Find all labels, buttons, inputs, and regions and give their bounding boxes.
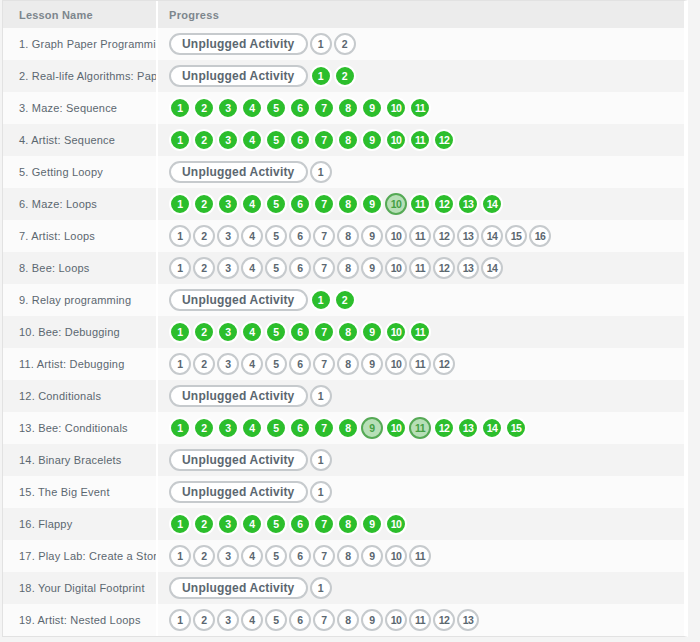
level-bubble[interactable]: 9 bbox=[361, 321, 383, 343]
level-bubble[interactable]: 5 bbox=[265, 97, 287, 119]
level-bubble[interactable]: 4 bbox=[241, 609, 263, 631]
level-bubble[interactable]: 4 bbox=[241, 417, 263, 439]
level-bubble[interactable]: 5 bbox=[265, 513, 287, 535]
level-bubble[interactable]: 14 bbox=[481, 417, 503, 439]
level-bubble[interactable]: 9 bbox=[361, 193, 383, 215]
level-bubble[interactable]: 7 bbox=[313, 97, 335, 119]
level-bubble[interactable]: 8 bbox=[337, 193, 359, 215]
level-bubble[interactable]: 8 bbox=[337, 225, 359, 247]
level-bubble[interactable]: 8 bbox=[337, 417, 359, 439]
level-bubble[interactable]: 4 bbox=[241, 353, 263, 375]
level-bubble[interactable]: 1 bbox=[169, 193, 191, 215]
level-bubble[interactable]: 10 bbox=[385, 353, 407, 375]
level-bubble[interactable]: 4 bbox=[241, 545, 263, 567]
level-bubble[interactable]: 9 bbox=[361, 417, 383, 439]
level-bubble[interactable]: 12 bbox=[433, 225, 455, 247]
level-bubble[interactable]: 1 bbox=[169, 417, 191, 439]
level-bubble[interactable]: 3 bbox=[217, 193, 239, 215]
unplugged-activity-pill[interactable]: Unplugged Activity bbox=[169, 65, 308, 87]
level-bubble[interactable]: 8 bbox=[337, 129, 359, 151]
level-bubble[interactable]: 7 bbox=[313, 353, 335, 375]
level-bubble[interactable]: 2 bbox=[193, 129, 215, 151]
level-bubble[interactable]: 10 bbox=[385, 97, 407, 119]
level-bubble[interactable]: 6 bbox=[289, 193, 311, 215]
level-bubble[interactable]: 8 bbox=[337, 97, 359, 119]
level-bubble[interactable]: 11 bbox=[409, 417, 431, 439]
level-bubble[interactable]: 9 bbox=[361, 513, 383, 535]
level-bubble[interactable]: 5 bbox=[265, 417, 287, 439]
level-bubble[interactable]: 12 bbox=[433, 417, 455, 439]
level-bubble[interactable]: 6 bbox=[289, 545, 311, 567]
level-bubble[interactable]: 1 bbox=[310, 65, 332, 87]
level-bubble[interactable]: 11 bbox=[409, 193, 431, 215]
level-bubble[interactable]: 3 bbox=[217, 321, 239, 343]
level-bubble[interactable]: 4 bbox=[241, 225, 263, 247]
level-bubble[interactable]: 11 bbox=[409, 609, 431, 631]
level-bubble[interactable]: 3 bbox=[217, 609, 239, 631]
level-bubble[interactable]: 2 bbox=[193, 193, 215, 215]
level-bubble[interactable]: 1 bbox=[310, 385, 332, 407]
level-bubble[interactable]: 3 bbox=[217, 97, 239, 119]
level-bubble[interactable]: 2 bbox=[193, 97, 215, 119]
level-bubble[interactable]: 1 bbox=[169, 225, 191, 247]
level-bubble[interactable]: 3 bbox=[217, 513, 239, 535]
level-bubble[interactable]: 11 bbox=[409, 225, 431, 247]
level-bubble[interactable]: 7 bbox=[313, 129, 335, 151]
level-bubble[interactable]: 2 bbox=[193, 609, 215, 631]
level-bubble[interactable]: 2 bbox=[193, 545, 215, 567]
level-bubble[interactable]: 1 bbox=[310, 577, 332, 599]
level-bubble[interactable]: 3 bbox=[217, 225, 239, 247]
level-bubble[interactable]: 5 bbox=[265, 129, 287, 151]
level-bubble[interactable]: 1 bbox=[169, 97, 191, 119]
level-bubble[interactable]: 7 bbox=[313, 193, 335, 215]
level-bubble[interactable]: 12 bbox=[433, 609, 455, 631]
level-bubble[interactable]: 14 bbox=[481, 257, 503, 279]
level-bubble[interactable]: 10 bbox=[385, 257, 407, 279]
level-bubble[interactable]: 2 bbox=[193, 513, 215, 535]
level-bubble[interactable]: 9 bbox=[361, 353, 383, 375]
level-bubble[interactable]: 9 bbox=[361, 225, 383, 247]
level-bubble[interactable]: 5 bbox=[265, 321, 287, 343]
level-bubble[interactable]: 9 bbox=[361, 129, 383, 151]
unplugged-activity-pill[interactable]: Unplugged Activity bbox=[169, 161, 308, 183]
level-bubble[interactable]: 6 bbox=[289, 257, 311, 279]
level-bubble[interactable]: 5 bbox=[265, 353, 287, 375]
level-bubble[interactable]: 7 bbox=[313, 545, 335, 567]
level-bubble[interactable]: 11 bbox=[409, 353, 431, 375]
level-bubble[interactable]: 8 bbox=[337, 257, 359, 279]
level-bubble[interactable]: 7 bbox=[313, 225, 335, 247]
level-bubble[interactable]: 8 bbox=[337, 609, 359, 631]
level-bubble[interactable]: 6 bbox=[289, 353, 311, 375]
unplugged-activity-pill[interactable]: Unplugged Activity bbox=[169, 449, 308, 471]
level-bubble[interactable]: 1 bbox=[310, 161, 332, 183]
level-bubble[interactable]: 9 bbox=[361, 609, 383, 631]
level-bubble[interactable]: 4 bbox=[241, 257, 263, 279]
level-bubble[interactable]: 1 bbox=[169, 545, 191, 567]
level-bubble[interactable]: 11 bbox=[409, 321, 431, 343]
level-bubble[interactable]: 1 bbox=[169, 129, 191, 151]
level-bubble[interactable]: 7 bbox=[313, 609, 335, 631]
level-bubble[interactable]: 10 bbox=[385, 417, 407, 439]
level-bubble[interactable]: 3 bbox=[217, 353, 239, 375]
level-bubble[interactable]: 1 bbox=[310, 481, 332, 503]
level-bubble[interactable]: 2 bbox=[193, 353, 215, 375]
level-bubble[interactable]: 5 bbox=[265, 225, 287, 247]
level-bubble[interactable]: 5 bbox=[265, 609, 287, 631]
level-bubble[interactable]: 12 bbox=[433, 257, 455, 279]
level-bubble[interactable]: 9 bbox=[361, 257, 383, 279]
level-bubble[interactable]: 3 bbox=[217, 129, 239, 151]
level-bubble[interactable]: 2 bbox=[193, 225, 215, 247]
level-bubble[interactable]: 2 bbox=[193, 417, 215, 439]
level-bubble[interactable]: 5 bbox=[265, 257, 287, 279]
level-bubble[interactable]: 5 bbox=[265, 545, 287, 567]
level-bubble[interactable]: 3 bbox=[217, 257, 239, 279]
level-bubble[interactable]: 1 bbox=[310, 33, 332, 55]
level-bubble[interactable]: 8 bbox=[337, 513, 359, 535]
level-bubble[interactable]: 4 bbox=[241, 321, 263, 343]
level-bubble[interactable]: 1 bbox=[169, 257, 191, 279]
level-bubble[interactable]: 13 bbox=[457, 609, 479, 631]
unplugged-activity-pill[interactable]: Unplugged Activity bbox=[169, 289, 308, 311]
level-bubble[interactable]: 11 bbox=[409, 129, 431, 151]
level-bubble[interactable]: 4 bbox=[241, 513, 263, 535]
level-bubble[interactable]: 10 bbox=[385, 609, 407, 631]
